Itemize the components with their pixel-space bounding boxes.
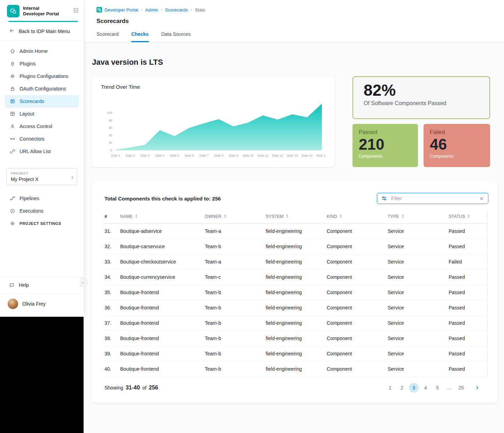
- cell-status: Passed: [449, 269, 488, 285]
- cell-status: Passed: [449, 331, 488, 346]
- failed-count: 46: [430, 136, 484, 152]
- cell-type: Service: [388, 331, 449, 346]
- sidebar-item-connectors[interactable]: Connectors: [5, 133, 79, 145]
- user-menu[interactable]: Olivia Frey: [0, 294, 84, 317]
- page-button[interactable]: 2: [397, 383, 407, 393]
- page-button[interactable]: 4: [421, 383, 431, 393]
- chevron-sep-icon: ›: [191, 7, 192, 12]
- table-row[interactable]: 37.Boutique-frontendTeam-bfield-engineer…: [104, 315, 488, 331]
- table-row[interactable]: 34.Boutique-currencyserviceTeam-cfield-e…: [104, 269, 488, 285]
- breadcrumb-link-admin[interactable]: Admin: [145, 7, 158, 13]
- cell-type: Service: [388, 254, 449, 269]
- x-axis-tick-label: Date 1: [111, 154, 121, 157]
- table-title: Total Components this check is applied t…: [104, 196, 221, 202]
- cell-name: Boutique-carservuce: [120, 239, 205, 254]
- sidebar: Internal Developer Portal Back to IDP Ma…: [0, 0, 84, 317]
- showing-label: Showing: [104, 385, 123, 391]
- sidebar-item-plugins-configurations[interactable]: Plugins Configurations: [5, 70, 79, 82]
- sidebar-item-project-settings[interactable]: PROJECT SETTINGS: [5, 217, 79, 230]
- page-button[interactable]: 5: [433, 383, 442, 393]
- cell-kind: Component: [327, 269, 388, 285]
- user-name: Olivia Frey: [22, 301, 46, 307]
- cell-owner: Team-a: [205, 254, 266, 269]
- sidebar-item-access-control[interactable]: Access Control: [5, 120, 79, 133]
- breadcrumb-link-developer-portal[interactable]: Developer Portal: [96, 7, 138, 13]
- table-row[interactable]: 31.Boutique-adserviceTeam-afield-enginee…: [104, 223, 488, 239]
- table-row[interactable]: 33.Boutique-checkoutserviceTeam-afield-e…: [104, 254, 488, 269]
- cell-kind: Component: [327, 285, 388, 300]
- sidebar-item-label: Scorecards: [20, 99, 44, 104]
- pagination-next-button[interactable]: [472, 383, 482, 393]
- column-header-owner[interactable]: OWNER: [205, 211, 266, 223]
- chevron-right-icon: ›: [71, 173, 73, 180]
- tab-data-sources[interactable]: Data Sources: [161, 31, 191, 42]
- table-row[interactable]: 38.Boutique-frontendTeam-bfield-engineer…: [104, 331, 488, 346]
- sidebar-item-oauth-configurations[interactable]: OAuth Configurations: [5, 82, 79, 95]
- cell-system: field-engineering: [266, 315, 327, 331]
- column-header-kind[interactable]: KIND: [327, 211, 388, 223]
- table-row[interactable]: 36.Boutique-frontendTeam-bfield-engineer…: [104, 300, 488, 315]
- home-icon: [10, 48, 15, 54]
- cell-status: Passed: [449, 315, 488, 331]
- cell-status: Passed: [449, 300, 488, 315]
- x-axis-tick-label: Date 12: [272, 154, 283, 157]
- cell-system: field-engineering: [266, 254, 327, 269]
- app-switcher-grid-icon[interactable]: [73, 8, 79, 15]
- filter-input[interactable]: [390, 195, 476, 202]
- table-row[interactable]: 39.Boutique-frontendTeam-bfield-engineer…: [104, 346, 488, 361]
- project-label: PROJECT: [11, 171, 73, 175]
- sidebar-item-plugins[interactable]: Plugins: [5, 57, 79, 70]
- executions-icon: [10, 208, 15, 214]
- column-header-system[interactable]: SYSTEM: [266, 211, 327, 223]
- column-header-name[interactable]: NAME: [120, 211, 205, 223]
- cell-name: Boutique-frontend: [120, 300, 205, 315]
- sidebar-item-scorecards[interactable]: Scorecards: [5, 95, 79, 108]
- sidebar-item-admin-home[interactable]: Admin Home: [5, 45, 79, 57]
- cell-name: Boutique-frontend: [120, 361, 205, 377]
- page-button[interactable]: 3: [409, 383, 419, 393]
- page-button[interactable]: 1: [385, 383, 395, 393]
- app-title: Internal Developer Portal: [23, 6, 59, 17]
- chevron-sep-icon: ›: [141, 7, 142, 12]
- chevron-right-icon: [475, 385, 480, 390]
- table-row[interactable]: 32.Boutique-carservuceTeam-bfield-engine…: [104, 239, 488, 254]
- tab-bar: Scorecard Checks Data Sources: [96, 31, 504, 42]
- sidebar-item-url-allow-list[interactable]: URL Allow List: [5, 145, 79, 158]
- tab-scorecard[interactable]: Scorecard: [96, 31, 119, 42]
- column-header-status[interactable]: STATUS: [449, 211, 488, 223]
- page-button[interactable]: 25: [456, 383, 466, 393]
- table-row[interactable]: 40.Boutique-frontendTeam-bfield-engineer…: [104, 361, 488, 377]
- breadcrumb-current: Stats: [195, 7, 205, 13]
- back-to-main-menu[interactable]: Back to IDP Main Menu: [0, 22, 84, 41]
- cell-system: field-engineering: [266, 269, 327, 285]
- sidebar-item-label: Pipelines: [20, 196, 39, 201]
- sidebar-item-pipelines[interactable]: Pipelines: [5, 192, 79, 205]
- tab-checks[interactable]: Checks: [131, 31, 149, 42]
- trend-chart-svg: 020406080100Date 1Date 2Date 3Date 4Date…: [101, 92, 325, 158]
- trend-over-time-card: Trend Over Time 020406080100Date 1Date 2…: [92, 76, 334, 167]
- sort-icon: [339, 214, 342, 218]
- failed-card: Failed 46 Components: [424, 124, 490, 167]
- cell-status: Passed: [449, 285, 488, 300]
- cell-kind: Component: [327, 315, 388, 331]
- cell-num: 33.: [104, 254, 120, 269]
- pass-fail-row: Passed 210 Components Failed 46 Componen…: [352, 124, 490, 167]
- project-selector[interactable]: PROJECT My Project X ›: [6, 168, 77, 185]
- breadcrumb-link-scorecards[interactable]: Scorecards: [165, 7, 188, 13]
- breadcrumb-logo-icon: [96, 7, 102, 13]
- column-header-type[interactable]: TYPE: [388, 211, 449, 223]
- clear-filter-icon[interactable]: ✕: [479, 196, 484, 201]
- cell-num: 35.: [104, 285, 120, 300]
- x-axis-tick-label: Date 11: [257, 154, 268, 157]
- sidebar-item-executions[interactable]: Executions: [5, 205, 79, 217]
- passed-caption: Components: [359, 154, 412, 159]
- cell-num: 37.: [104, 315, 120, 331]
- cell-status: Failed: [449, 254, 488, 269]
- help-button[interactable]: Help: [0, 277, 84, 293]
- cell-name: Boutique-frontend: [120, 331, 205, 346]
- sidebar-item-layout[interactable]: Layout: [5, 108, 79, 120]
- cell-num: 34.: [104, 269, 120, 285]
- table-row[interactable]: 35.Boutique-frontendTeam-bfield-engineer…: [104, 285, 488, 300]
- plug-icon: [10, 61, 15, 66]
- x-axis-tick-label: Date 4: [155, 154, 165, 157]
